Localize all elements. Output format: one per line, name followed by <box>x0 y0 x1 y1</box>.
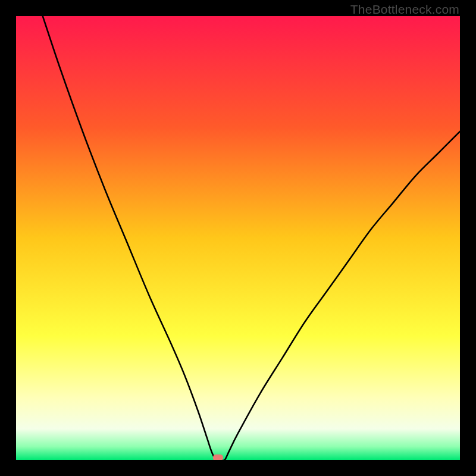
gradient-background <box>16 16 460 460</box>
chart-svg <box>16 16 460 460</box>
watermark-text: TheBottleneck.com <box>350 2 459 17</box>
plot-area <box>16 16 460 460</box>
optimal-marker <box>213 455 223 460</box>
chart-container: TheBottleneck.com <box>0 0 476 476</box>
